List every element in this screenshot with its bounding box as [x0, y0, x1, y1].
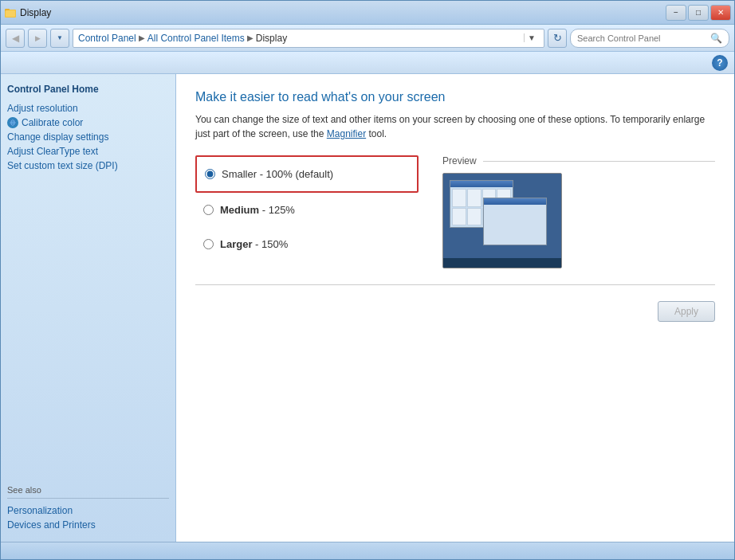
search-box: 🔍	[570, 29, 729, 48]
sidebar-item-cleartype[interactable]: Adjust ClearType text	[7, 144, 169, 159]
help-button[interactable]: ?	[712, 55, 728, 71]
sidebar-devices-link[interactable]: Devices and Printers	[7, 518, 169, 532]
breadcrumb-sep-2: ▶	[247, 33, 254, 42]
sidebar-item-calibrate-color[interactable]: Calibrate color	[7, 116, 169, 130]
calibrate-color-icon	[7, 117, 18, 128]
status-bar	[1, 542, 734, 559]
sidebar-calibrate-label: Calibrate color	[22, 117, 83, 128]
title-bar: Display − □ ✕	[1, 1, 734, 25]
option-smaller[interactable]: Smaller - 100% (default)	[195, 155, 419, 193]
breadcrumb-dropdown-icon[interactable]: ▼	[524, 33, 539, 42]
search-input[interactable]	[577, 33, 707, 43]
sidebar-change-display-label: Change display settings	[7, 131, 108, 143]
content-divider	[195, 284, 715, 285]
main-content: Control Panel Home Adjust resolution Cal…	[1, 74, 734, 542]
window-title: Display	[20, 7, 51, 18]
svg-rect-2	[6, 10, 15, 17]
address-bar: ◀ ▶ ▼ Control Panel ▶ All Control Panel …	[1, 25, 734, 52]
maximize-button[interactable]: □	[688, 5, 709, 21]
toolbar: ?	[1, 52, 734, 74]
preview-desktop	[443, 174, 561, 268]
sidebar-dpi-label: Set custom text size (DPI)	[7, 160, 118, 171]
preview-cell	[452, 189, 466, 207]
sidebar-item-custom-dpi[interactable]: Set custom text size (DPI)	[7, 159, 169, 173]
forward-button[interactable]: ▶	[28, 29, 47, 48]
radio-medium[interactable]	[203, 205, 214, 215]
preview-window2	[483, 198, 547, 245]
back-button[interactable]: ◀	[6, 29, 25, 48]
breadcrumb-sep-1: ▶	[139, 33, 145, 42]
close-button[interactable]: ✕	[710, 5, 731, 21]
label-larger: Larger - 150%	[220, 238, 288, 250]
breadcrumb-all-items[interactable]: All Control Panel Items	[147, 33, 245, 44]
refresh-icon: ↻	[553, 32, 562, 44]
preview-cell	[467, 189, 481, 207]
forward-icon: ▶	[35, 34, 41, 42]
preview-window1-title	[450, 181, 513, 187]
refresh-button[interactable]: ↻	[548, 29, 567, 48]
devices-label: Devices and Printers	[7, 519, 96, 531]
apply-button[interactable]: Apply	[658, 301, 715, 322]
sidebar-link-label: Adjust resolution	[7, 103, 78, 114]
radio-smaller[interactable]	[205, 169, 215, 179]
preview-label: Preview	[442, 155, 715, 166]
preview-area: Preview	[442, 155, 715, 268]
desc-end: tool.	[368, 128, 387, 139]
see-also-label: See also	[7, 485, 169, 499]
option-larger[interactable]: Larger - 150%	[195, 227, 419, 261]
dropdown-icon: ▼	[57, 34, 63, 41]
preview-image	[442, 173, 562, 268]
sidebar-home-link[interactable]: Control Panel Home	[7, 84, 169, 95]
preview-taskbar	[443, 258, 561, 268]
window-icon	[4, 6, 17, 19]
sidebar-item-change-display[interactable]: Change display settings	[7, 130, 169, 144]
preview-cell	[467, 208, 481, 226]
page-title: Make it easier to read what's on your sc…	[195, 90, 715, 104]
sidebar-personalization-link[interactable]: Personalization	[7, 503, 169, 518]
label-medium: Medium - 125%	[220, 204, 295, 216]
radio-larger[interactable]	[203, 239, 214, 249]
sidebar-item-adjust-resolution[interactable]: Adjust resolution	[7, 101, 169, 116]
sidebar-spacer	[7, 173, 169, 485]
recent-button[interactable]: ▼	[50, 29, 69, 48]
back-icon: ◀	[12, 33, 19, 44]
content-area: Make it easier to read what's on your sc…	[176, 74, 734, 542]
option-medium[interactable]: Medium - 125%	[195, 193, 419, 227]
title-bar-left: Display	[4, 6, 51, 19]
personalization-label: Personalization	[7, 505, 73, 516]
breadcrumb: Control Panel ▶ All Control Panel Items …	[73, 29, 544, 48]
minimize-button[interactable]: −	[666, 5, 686, 21]
desc-text: You can change the size of text and othe…	[195, 114, 705, 139]
options-area: Smaller - 100% (default) Medium - 125% L…	[195, 155, 715, 268]
radio-options: Smaller - 100% (default) Medium - 125% L…	[195, 155, 419, 261]
button-area: Apply	[195, 301, 715, 322]
preview-window2-title	[484, 198, 546, 205]
preview-cell	[452, 208, 466, 226]
globe-icon	[9, 119, 17, 127]
window: Display − □ ✕ ◀ ▶ ▼ Control Panel ▶ All …	[0, 0, 735, 560]
magnifier-link[interactable]: Magnifier	[327, 128, 366, 139]
breadcrumb-control-panel[interactable]: Control Panel	[78, 33, 136, 44]
sidebar: Control Panel Home Adjust resolution Cal…	[1, 74, 176, 542]
breadcrumb-current: Display	[256, 33, 287, 44]
title-buttons: − □ ✕	[666, 5, 731, 21]
sidebar-cleartype-label: Adjust ClearType text	[7, 146, 98, 157]
search-icon[interactable]: 🔍	[710, 33, 722, 44]
label-smaller: Smaller - 100% (default)	[222, 168, 333, 180]
page-description: You can change the size of text and othe…	[195, 112, 713, 141]
